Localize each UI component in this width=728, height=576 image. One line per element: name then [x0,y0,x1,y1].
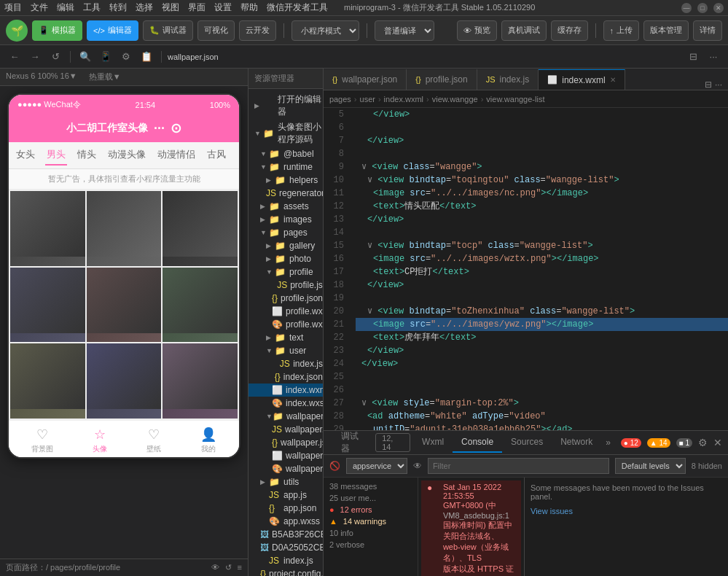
menu-item-select[interactable]: 选择 [136,1,153,14]
tree-profile-wxss[interactable]: 🎨 profile.wxss [248,318,323,331]
tree-gallery[interactable]: ▶ 📁 gallery [248,239,323,252]
menu-item-settings[interactable]: 设置 [214,1,232,14]
tree-app-json[interactable]: {} app.json [248,502,323,515]
menu-item-file[interactable]: 文件 [31,1,48,14]
phone-tab-anime[interactable]: 动漫头像 [106,145,147,166]
view-issues-link[interactable]: View issues [531,507,722,515]
eye-filter-icon[interactable]: 👁 [413,461,422,471]
tree-user-index-wxml[interactable]: ⬜ index.wxml [248,384,323,397]
phone-nav-mine[interactable]: 👤 我的 [200,427,216,454]
debug-settings-icon[interactable]: ⚙ [698,437,708,448]
open-editors-section[interactable]: ▶ 打开的编辑器 [248,92,323,120]
refresh-icon[interactable]: ↺ [225,563,232,572]
phone-grid-item-9[interactable] [163,343,238,419]
search-icon[interactable]: 🔍 [77,48,94,66]
visual-button[interactable]: 可视化 [197,20,235,41]
debug-count-verbose[interactable]: 2 verbose [324,539,418,550]
split-editor-icon[interactable]: ⊟ [705,79,712,90]
phone-grid-item-7[interactable] [10,343,85,419]
split-icon[interactable]: ⊟ [684,48,702,66]
more-icon[interactable]: ··· [705,48,722,66]
debug-close-icon[interactable]: ✕ [713,437,722,448]
tree-runtime[interactable]: ▼ 📁 runtime [248,160,323,174]
tree-img1[interactable]: 🖼 B5AB3F26CBF41AFD3... [248,528,323,541]
code-editor[interactable]: 5 6 7 8 9 10 11 12 13 14 15 16 17 18 19 … [324,108,728,430]
tree-user[interactable]: ▼ 📁 user [248,344,323,357]
simulator-button[interactable]: 📱 模拟器 [32,20,82,41]
menu-item-interface[interactable]: 界面 [188,1,206,14]
back-button[interactable]: ← [6,48,23,66]
tab-close-icon[interactable]: ✕ [610,76,616,84]
debug-count-messages[interactable]: 38 messages [324,480,418,492]
menu-item-edit[interactable]: 编辑 [57,1,74,14]
breadcrumb-file[interactable]: index.wxml [384,95,423,104]
debug-tab-sources[interactable]: Sources [502,432,552,453]
level-selector[interactable]: Default levels [615,458,686,474]
tree-wallpaper-wxml[interactable]: ⬜ wallpaper.wxml [248,449,323,462]
tree-profile-json[interactable]: {} profile.json [248,292,323,305]
close-button[interactable]: ✕ [713,3,724,13]
phone-nav-avatar[interactable]: ☆ 头像 [93,427,107,454]
breadcrumb-view-list[interactable]: view.wangge-list [486,95,544,104]
settings-icon[interactable]: ⚙ [117,48,135,66]
phone-tab-male[interactable]: 男头 [45,145,67,166]
phone-icon[interactable]: 📱 [97,48,114,66]
tree-wallpaper[interactable]: ▼ 📁 wallpaper [248,410,323,423]
debug-more-tabs[interactable]: » [601,437,615,448]
compile-selector[interactable]: 普通编译 [375,20,434,41]
tree-app-js[interactable]: JS app.js [248,489,323,502]
menu-item-help[interactable]: 帮助 [240,1,258,14]
debug-count-user[interactable]: 25 user me... [324,492,418,504]
clear-console-icon[interactable]: 🚫 [329,461,340,471]
clipboard-icon[interactable]: 📋 [138,48,155,66]
phone-menu-icon[interactable]: ··· [154,121,165,136]
real-machine-button[interactable]: 真机调试 [501,20,547,41]
tree-user-index-wxss[interactable]: 🎨 index.wxss [248,397,323,410]
save-button[interactable]: 缓存存 [551,20,588,41]
phone-camera-icon[interactable]: ⊙ [171,120,181,136]
debug-count-info[interactable]: 10 info [324,527,418,539]
tree-images[interactable]: ▶ 📁 images [248,213,323,226]
tree-user-index-json[interactable]: {} index.json [248,370,323,384]
more-tabs-icon[interactable]: ··· [715,79,722,90]
tree-utils[interactable]: ▶ 📁 utils [248,475,323,489]
breadcrumb-view[interactable]: view.wangge [432,95,478,104]
editor-button[interactable]: </> 编辑器 [87,20,138,41]
tree-profile[interactable]: ▼ 📁 profile [248,265,323,279]
tree-wallpaper-json[interactable]: {} wallpaper.json [248,436,323,449]
preview-button[interactable]: 👁 预览 [457,20,497,41]
tree-wallpaper-wxss[interactable]: 🎨 wallpaper.wxss [248,462,323,475]
menu-item-tools[interactable]: 工具 [83,1,101,14]
phone-tab-couple[interactable]: 情头 [76,145,98,166]
mode-selector[interactable]: 小程序模式 [291,20,359,41]
phone-grid-item-3[interactable] [163,191,238,266]
phone-tab-anime-couple[interactable]: 动漫情侣 [156,145,197,166]
minimize-button[interactable]: — [681,3,692,13]
phone-grid-item-4[interactable] [10,268,85,343]
phone-grid-item-6[interactable] [163,268,238,343]
phone-grid-item-5[interactable] [87,268,162,343]
menu-item-project[interactable]: 项目 [4,1,22,14]
tree-img2[interactable]: 🖼 D0A25052CBF41AFB6... [248,541,323,554]
debug-button[interactable]: 🐛 调试器 [143,20,193,41]
debug-tab-wxml[interactable]: Wxml [413,432,453,453]
editor-tab-index-js[interactable]: JS index.js [477,69,539,90]
breadcrumb-pages[interactable]: pages [329,95,351,104]
tree-root-index-js[interactable]: JS index.js [248,554,323,567]
tree-helpers[interactable]: ▶ 📁 helpers [248,174,323,187]
menu-item-wechat[interactable]: 微信开发者工具 [267,1,328,14]
phone-tab-female[interactable]: 女头 [15,145,36,166]
debug-tab-console[interactable]: Console [453,432,502,453]
phone-nav-wallpaper[interactable]: ♡ 壁纸 [146,427,161,454]
maximize-button[interactable]: □ [697,3,708,13]
tree-wallpaper-js[interactable]: JS wallpaper.js [248,423,323,436]
tree-profile-js[interactable]: JS profile.js [248,279,323,292]
refresh-button[interactable]: ↺ [47,48,64,66]
phone-tab-ancient[interactable]: 古风 [206,145,227,166]
tree-babel[interactable]: ▼ 📁 @babel [248,147,323,160]
phone-grid-item-1[interactable] [10,191,85,266]
phone-grid-item-2[interactable] [87,191,162,266]
cloud-button[interactable]: 云开发 [239,20,276,41]
config-icon[interactable]: ≡ [238,563,242,572]
version-button[interactable]: 版本管理 [643,20,689,41]
